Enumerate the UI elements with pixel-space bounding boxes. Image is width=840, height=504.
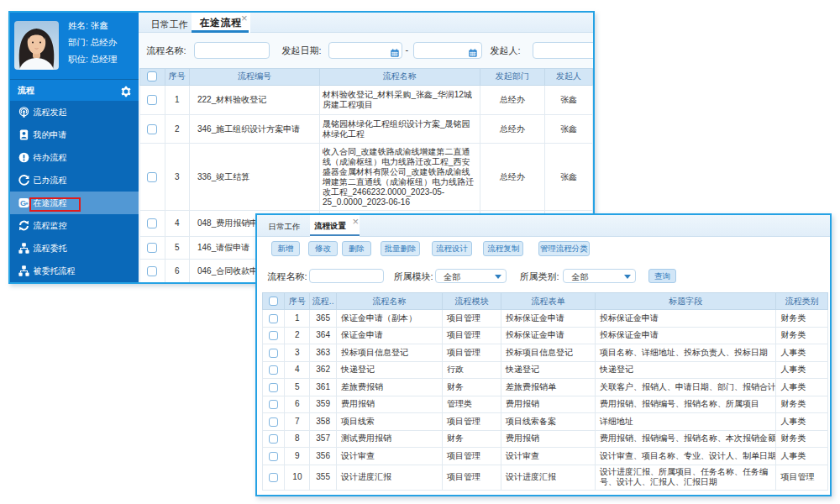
svg-text:G: G [20,199,26,207]
